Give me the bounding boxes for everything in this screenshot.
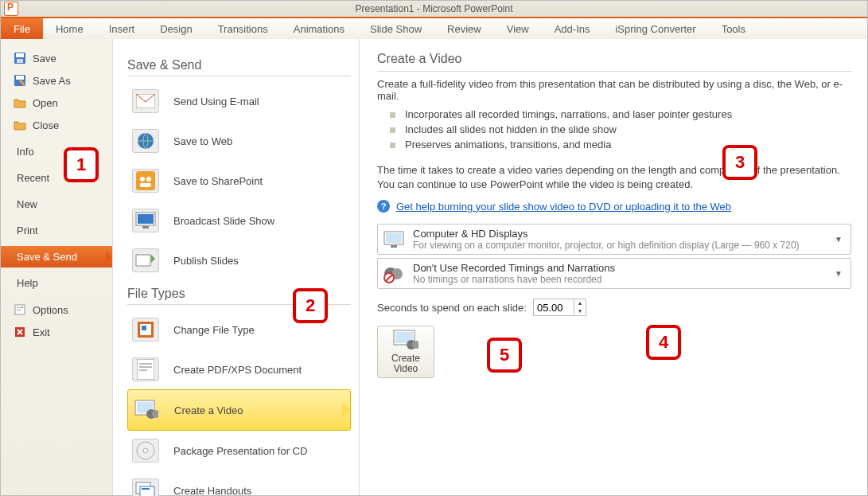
no-timings-icon [383,263,405,285]
menu-save-send[interactable]: Save & Send [1,246,112,268]
item-save-sharepoint[interactable]: Save to SharePoint [127,161,351,201]
item-publish[interactable]: Publish Slides [127,240,351,280]
dropdown-resolution[interactable]: Computer & HD Displays For viewing on a … [377,224,851,255]
tab-transitions[interactable]: Transitions [205,18,281,39]
globe-icon [132,129,159,153]
spinner-down-icon[interactable]: ▼ [574,307,586,315]
svg-rect-18 [142,226,149,228]
title-bar: Presentation1 - Microsoft PowerPoint [1,1,867,17]
create-video-button[interactable]: Create Video [377,326,434,378]
menu-options[interactable]: Options [1,299,112,321]
menu-exit[interactable]: Exit [1,321,112,343]
svg-rect-4 [16,76,24,80]
app-icon [4,2,18,16]
svg-rect-26 [139,369,147,371]
exit-icon [14,326,26,338]
menu-new[interactable]: New [1,193,112,215]
broadcast-icon [132,209,159,232]
tab-ispring[interactable]: iSpring Converter [602,18,708,39]
menu-print[interactable]: Print [1,220,112,241]
create-video-button-l2: Video [391,364,420,374]
tab-design[interactable]: Design [147,18,204,39]
bullet-3-text: Preserves animations, transitions, and m… [405,139,611,150]
item-create-pdf-label: Create PDF/XPS Document [173,364,302,376]
tab-slide-show[interactable]: Slide Show [357,18,434,39]
menu-save[interactable]: Save [1,47,112,69]
create-video-icon [393,330,418,350]
svg-rect-38 [391,245,397,248]
bullet-1: Incorporates all recorded timings, narra… [377,107,851,122]
item-save-sharepoint-label: Save to SharePoint [173,175,263,187]
tab-tools[interactable]: Tools [709,18,758,39]
tab-home[interactable]: Home [43,18,96,39]
svg-rect-2 [17,59,23,63]
tab-add-ins[interactable]: Add-Ins [542,18,603,39]
help-row: ? Get help burning your slide show video… [377,200,851,213]
svg-rect-19 [136,255,150,266]
content-pane: Create a Video Create a full-fidelity vi… [359,39,867,495]
menu-open[interactable]: Open [1,92,112,114]
callout-badge: 4 [646,325,681,360]
item-send-email[interactable]: Send Using E-mail [127,81,351,121]
menu-save-as[interactable]: Save As [1,69,112,92]
window-title: Presentation1 - Microsoft PowerPoint [355,3,512,14]
seconds-label: Seconds to spend on each slide: [377,302,527,314]
menu-exit-label: Exit [33,326,50,338]
item-create-handouts[interactable]: Create Handouts [127,471,351,496]
chevron-down-icon: ▼ [831,269,846,278]
help-icon: ? [377,200,390,213]
seconds-input[interactable] [534,299,574,315]
svg-rect-35 [142,488,150,490]
tab-view[interactable]: View [494,18,542,39]
change-type-icon [132,318,159,342]
svg-rect-37 [386,233,402,243]
bullet-3: Preserves animations, transitions, and m… [377,137,851,152]
item-package-cd[interactable]: Package Presentation for CD [127,431,351,471]
item-save-web-label: Save to Web [173,135,232,147]
menu-help[interactable]: Help [1,272,112,294]
svg-rect-1 [16,53,24,57]
dropdown-resolution-sub: For viewing on a computer monitor, proje… [413,240,831,251]
svg-rect-6 [17,307,21,308]
content-para: The time it takes to create a video vari… [377,163,851,192]
content-desc: Create a full-fidelity video from this p… [377,78,851,102]
menu-close[interactable]: Close [1,114,112,136]
bullet-1-text: Incorporates all recorded timings, narra… [405,108,732,120]
sharepoint-icon [132,169,159,193]
menu-print-label: Print [17,225,38,236]
help-link[interactable]: Get help burning your slide show video t… [396,201,731,213]
handouts-icon [132,478,159,496]
menu-help-label: Help [17,277,38,289]
tab-file[interactable]: File [1,18,43,39]
svg-rect-12 [136,171,155,190]
spinner-up-icon[interactable]: ▲ [574,299,586,307]
callout-4: 4 [646,325,681,360]
item-save-web[interactable]: Save to Web [127,121,351,161]
seconds-spinner[interactable]: ▲▼ [533,299,586,316]
item-publish-label: Publish Slides [173,255,239,267]
bullet-icon [390,112,395,118]
tab-review[interactable]: Review [434,18,494,39]
svg-point-13 [140,177,145,182]
item-create-video[interactable]: Create a Video [127,389,351,431]
bullet-icon [390,127,395,133]
close-folder-icon [14,119,26,131]
file-menu: Save Save As Open Close Info Recent New … [1,39,112,495]
bullet-2: Includes all slides not hidden in the sl… [377,122,851,137]
dropdown-timings[interactable]: Don't Use Recorded Timings and Narration… [377,258,851,289]
item-broadcast[interactable]: Broadcast Slide Show [127,201,351,240]
callout-badge: 1 [64,147,99,182]
item-create-pdf[interactable]: Create PDF/XPS Document [127,350,351,389]
tab-insert[interactable]: Insert [96,18,148,39]
callout-1: 1 [64,147,99,182]
content-heading: Create a Video [377,52,851,66]
email-icon [132,89,159,113]
open-icon [14,96,26,109]
save-as-icon [14,74,26,87]
item-create-video-label: Create a Video [174,404,243,416]
menu-save-as-label: Save As [33,75,71,87]
tab-animations[interactable]: Animations [281,18,357,39]
svg-rect-8 [21,307,23,308]
spinner-buttons[interactable]: ▲▼ [574,299,586,315]
menu-new-label: New [17,198,37,210]
